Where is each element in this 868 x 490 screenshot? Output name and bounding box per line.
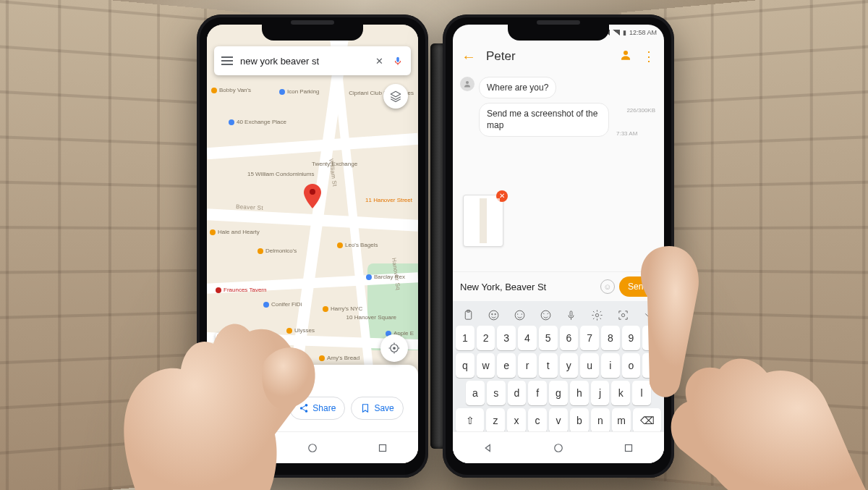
key-v[interactable]: v xyxy=(549,408,568,433)
message-bubble[interactable]: Where are you? xyxy=(479,77,556,98)
kbd-gif-icon[interactable] xyxy=(537,307,553,323)
svg-point-9 xyxy=(489,311,498,320)
search-input[interactable]: new york beaver st xyxy=(240,56,366,67)
key-3[interactable]: 3 xyxy=(497,326,516,350)
key-f[interactable]: f xyxy=(528,381,547,405)
key-4[interactable]: 4 xyxy=(518,326,537,350)
key-7[interactable]: 7 xyxy=(580,326,599,350)
map-layers-button[interactable] xyxy=(383,84,408,109)
save-button[interactable]: Save xyxy=(351,397,403,420)
svg-rect-14 xyxy=(570,311,572,316)
key-e[interactable]: e xyxy=(497,353,516,378)
key-h[interactable]: h xyxy=(570,381,589,405)
svg-point-13 xyxy=(541,311,550,320)
message-timestamp: 7:33 AM xyxy=(616,130,637,137)
map-road xyxy=(207,133,418,159)
poi[interactable]: Bobby Van's xyxy=(211,87,251,93)
attachment-thumbnail[interactable]: ✕ xyxy=(463,195,503,247)
clear-search-icon[interactable] xyxy=(373,55,385,67)
nav-recent-icon[interactable] xyxy=(375,440,391,456)
key-shift[interactable]: ⇧ xyxy=(456,408,484,433)
poi[interactable]: 15 William Condominiums xyxy=(247,171,298,177)
key-r[interactable]: r xyxy=(518,353,537,378)
battery-icon: ▮ xyxy=(623,29,626,36)
compose-input[interactable]: New York, Beaver St xyxy=(460,282,596,292)
svg-point-12 xyxy=(515,311,524,320)
kbd-voice-icon[interactable] xyxy=(563,307,579,323)
attachment-size-label: 226/300KB xyxy=(626,107,655,114)
key-5[interactable]: 5 xyxy=(539,326,558,350)
svg-point-6 xyxy=(466,81,469,84)
poi[interactable]: 11 Hanover Street xyxy=(365,197,412,203)
voice-search-icon[interactable] xyxy=(392,55,404,67)
kbd-sticker-icon[interactable] xyxy=(511,307,527,323)
message-row: Where are you? xyxy=(460,77,657,98)
nav-back-icon[interactable] xyxy=(480,440,496,456)
remove-attachment-icon[interactable]: ✕ xyxy=(496,190,508,202)
key-t[interactable]: t xyxy=(539,353,558,378)
key-g[interactable]: g xyxy=(549,381,568,405)
svg-point-17 xyxy=(555,444,563,452)
signal-icon xyxy=(613,30,620,35)
poi[interactable]: Barclay Rex xyxy=(366,274,405,280)
road-label-beaver: Beaver St xyxy=(236,203,263,211)
sender-avatar-icon xyxy=(460,77,475,91)
key-w[interactable]: w xyxy=(477,353,495,378)
key-u[interactable]: u xyxy=(580,353,599,378)
display-notch xyxy=(262,25,363,41)
svg-point-2 xyxy=(393,347,396,350)
key-d[interactable]: d xyxy=(508,381,527,405)
svg-point-15 xyxy=(595,313,598,316)
key-z[interactable]: z xyxy=(486,408,505,433)
key-x[interactable]: x xyxy=(507,408,526,433)
message-bubble[interactable]: Send me a screenshot of the map xyxy=(479,103,609,136)
svg-point-11 xyxy=(495,313,495,314)
poi[interactable]: Leo's Bagels xyxy=(337,242,378,248)
key-y[interactable]: y xyxy=(560,353,579,378)
maps-search-bar[interactable]: new york beaver st xyxy=(214,46,411,75)
kbd-settings-icon[interactable] xyxy=(590,307,605,323)
back-arrow-icon[interactable]: ← xyxy=(461,48,476,65)
status-time: 12:58 AM xyxy=(629,29,657,36)
nav-home-icon[interactable] xyxy=(550,440,566,456)
locate-me-button[interactable] xyxy=(380,334,408,362)
key-2[interactable]: 2 xyxy=(477,326,495,350)
svg-point-10 xyxy=(492,313,493,314)
svg-point-5 xyxy=(624,51,628,55)
key-1[interactable]: 1 xyxy=(456,326,475,350)
save-label: Save xyxy=(374,403,393,413)
poi[interactable]: Hale and Hearty xyxy=(210,229,260,235)
menu-icon[interactable] xyxy=(221,56,233,65)
key-q[interactable]: q xyxy=(456,353,475,378)
kbd-emoji-icon[interactable] xyxy=(486,307,502,323)
map-pin[interactable] xyxy=(303,184,322,211)
poi[interactable]: Icon Parking xyxy=(279,88,319,95)
key-c[interactable]: c xyxy=(528,408,547,433)
chat-contact-name: Peter xyxy=(486,49,609,64)
svg-point-0 xyxy=(310,189,315,195)
key-s[interactable]: s xyxy=(487,381,506,405)
key-a[interactable]: a xyxy=(466,381,485,405)
hand-right xyxy=(608,217,868,490)
kbd-clipboard-icon[interactable] xyxy=(460,307,476,323)
poi[interactable]: Twenty Exchange xyxy=(312,161,357,167)
more-options-icon[interactable]: ⋮ xyxy=(642,48,655,64)
hand-left xyxy=(94,253,354,490)
display-notch xyxy=(508,25,609,41)
chat-header: ← Peter ⋮ xyxy=(453,41,664,72)
key-b[interactable]: b xyxy=(570,408,589,433)
svg-rect-4 xyxy=(380,444,386,451)
poi[interactable]: 40 Exchange Place xyxy=(229,119,286,125)
key-6[interactable]: 6 xyxy=(560,326,579,350)
contact-icon[interactable] xyxy=(619,48,632,64)
key-j[interactable]: j xyxy=(591,381,610,405)
